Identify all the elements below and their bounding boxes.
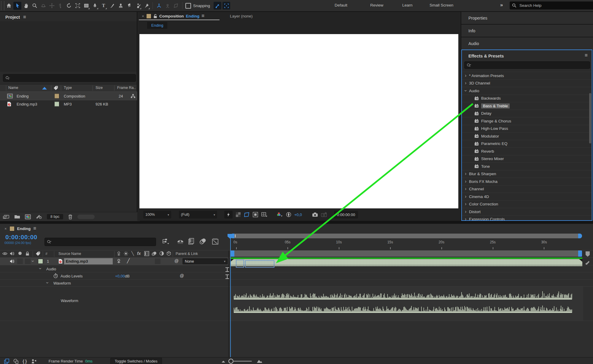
layer-source-name[interactable]: Ending.mp3 [64,258,113,264]
layer-number-column[interactable]: # [45,252,47,256]
snapshot-camera-icon[interactable] [312,212,318,217]
resolution-dropdown[interactable]: (Full)▾ [179,211,217,218]
timeline-comp-swatch[interactable] [9,226,15,231]
channel-settings-icon[interactable] [276,212,283,217]
workspace-learn[interactable]: Learn [402,3,413,7]
effect-item-parametric-eq[interactable]: Parametric EQ [462,140,592,148]
effects-search-box[interactable] [464,61,590,69]
draft-3d-icon[interactable] [13,359,18,364]
new-composition-icon[interactable] [25,214,31,219]
source-name-column[interactable]: Source Name [58,252,81,256]
timeline-panel-divider[interactable] [228,250,229,357]
effects-category-boris-fx-mocha[interactable]: › Boris FX Mocha [462,178,592,185]
selection-tool-icon[interactable] [13,2,21,10]
effect-item-backwards[interactable]: Backwards [462,95,592,102]
twirl-icon[interactable]: › [465,172,469,176]
effects-panel-title[interactable]: Effects & Presets [468,54,504,58]
audio-group-label[interactable]: Audio [46,267,56,271]
pan-camera-tool-icon[interactable] [48,2,56,10]
playhead-line[interactable] [230,239,231,357]
hide-shy-layers-icon[interactable] [177,239,184,245]
timeline-navigator-bar[interactable] [230,234,582,238]
mask-visibility-icon[interactable] [253,212,258,217]
twirl-icon[interactable]: › [465,81,469,85]
local-axis-mode-icon[interactable] [155,2,163,10]
video-eye-icon[interactable] [2,252,7,256]
zoom-out-mountain-icon[interactable] [221,360,225,363]
workspace-small-screen[interactable]: Small Screen [430,3,453,7]
audio-speaker-icon[interactable] [10,251,14,256]
waveform-group-label[interactable]: Waveform [53,281,71,285]
graph-editor-icon[interactable] [212,238,219,245]
project-search-box[interactable] [3,74,136,82]
twirl-icon[interactable]: › [465,210,469,214]
comp-label-swatch[interactable] [146,14,151,19]
twirl-icon[interactable]: › [465,194,469,199]
expression-brackets-icon[interactable]: { } [23,359,27,364]
effect-item-bass-treble[interactable]: Bass & Treble [462,102,592,110]
project-column-headers[interactable]: Name Type Size Frame Ra.. [0,84,137,92]
effects-category-cinema-4d[interactable]: › Cinema 4D [462,193,592,200]
effect-item-tone[interactable]: Tone [462,162,592,170]
switch-cell[interactable] [25,258,31,264]
snap-to-features-icon[interactable] [214,2,221,9]
lock-icon[interactable] [26,251,29,256]
playhead-handle[interactable] [227,234,233,239]
rectangle-tool-icon[interactable] [82,2,90,10]
camera-person-icon[interactable] [31,359,37,364]
workspace-default[interactable]: Default [335,3,347,7]
anchor-switch-icon[interactable] [117,259,121,264]
layer-row-1[interactable]: › 1 Ending.mp3 ╱ @ None▾ [0,258,228,265]
puppet-pin-tool-icon[interactable] [142,2,150,10]
close-icon[interactable]: × [4,226,7,231]
twirl-icon[interactable]: › [465,179,469,184]
world-axis-mode-icon[interactable] [163,2,171,10]
twirl-icon[interactable]: › [465,217,469,221]
new-folder-icon[interactable] [14,214,20,219]
hand-tool-icon[interactable] [22,2,30,10]
dolly-camera-tool-icon[interactable] [56,2,64,10]
transparency-grid-icon[interactable] [236,212,241,217]
snapping-label[interactable]: Snapping [193,4,210,8]
panel-header-audio[interactable]: Audio [461,37,593,50]
brush-tool-icon[interactable] [108,2,116,10]
workspace-review[interactable]: Review [370,3,383,7]
home-icon[interactable] [5,2,13,10]
effect-item-high-low-pass[interactable]: High-Low Pass [462,125,592,132]
motion-blur-icon[interactable] [199,238,206,245]
effects-category-blur-sharpen[interactable]: › Blur & Sharpen [462,170,592,178]
twirl-icon[interactable]: › [465,202,469,206]
timeline-tab[interactable]: × Ending ≡ [4,226,36,232]
audio-group-twirl-icon[interactable]: › [39,268,42,269]
pen-tool-icon[interactable] [91,2,99,10]
trash-icon[interactable] [68,214,73,219]
comp-button-icon[interactable] [585,260,590,265]
timeline-current-timecode[interactable]: 0:00:00:00 [5,234,37,241]
layer-twirl-icon[interactable]: › [31,260,34,262]
frame-blending-icon[interactable] [188,238,195,245]
snap-bounding-box-icon[interactable] [222,2,230,9]
effect-item-reverb[interactable]: Reverb [462,147,592,155]
comp-marker-bin-icon[interactable] [585,251,590,257]
effect-item-delay[interactable]: Delay [462,110,592,117]
switch-cell[interactable] [17,258,23,264]
audio-on-speaker-icon[interactable] [10,259,14,264]
waveform-group-twirl-icon[interactable]: › [46,282,49,283]
timeline-menu-icon[interactable]: ≡ [33,226,36,232]
workspace-overflow-chevrons[interactable]: » [500,2,503,8]
audio-levels-label[interactable]: Audio Levels [61,274,82,278]
grid-guides-icon[interactable] [261,212,268,217]
project-row[interactable]: Ending Composition 24 [0,92,137,100]
navigator-right-handle[interactable] [578,234,582,238]
timeline-search-box[interactable] [44,238,156,246]
viewer-menu-icon[interactable]: ≡ [201,13,204,19]
type-tool-icon[interactable]: T [99,2,107,10]
stopwatch-icon[interactable] [53,273,58,278]
effects-category-channel[interactable]: › Channel [462,185,592,193]
label-column-icon[interactable] [36,251,40,256]
label-color-column-icon[interactable] [53,86,58,90]
render-engine-icon[interactable] [36,214,42,219]
eraser-tool-icon[interactable] [125,2,133,10]
unlock-icon[interactable] [153,14,157,18]
effects-category-audio[interactable]: › Audio [462,87,592,95]
